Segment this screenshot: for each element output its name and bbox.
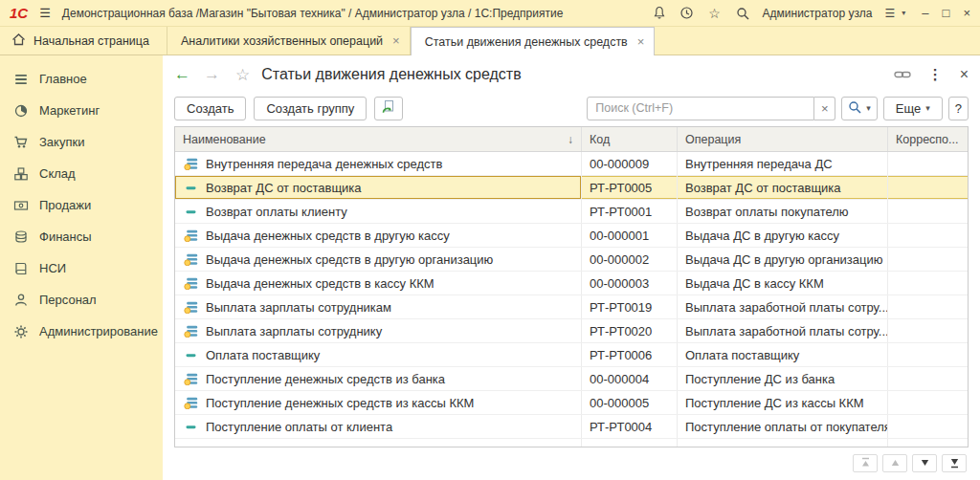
- sidebar-item-purchases[interactable]: Закупки: [0, 126, 163, 158]
- page-down-icon: [919, 455, 931, 472]
- sidebar-item-marketing[interactable]: Маркетинг: [0, 95, 163, 126]
- row-operation: [678, 439, 888, 447]
- more-menu-icon[interactable]: ⋮: [928, 66, 943, 83]
- table-row[interactable]: Возврат ДС от поставщикаРТ-РТ0005Возврат…: [175, 176, 968, 200]
- sidebar-item-main[interactable]: Главное: [0, 63, 163, 95]
- main-area: ГлавноеМаркетингЗакупкиСкладПродажиФинан…: [0, 55, 980, 480]
- back-arrow-button[interactable]: ←: [174, 65, 190, 84]
- row-correspondence: [888, 224, 968, 247]
- predefined-item-icon: [183, 397, 198, 409]
- column-header-operation[interactable]: Операция: [678, 127, 888, 151]
- create-button[interactable]: Создать: [174, 97, 246, 120]
- add-favorite-star-icon[interactable]: ☆: [235, 65, 250, 85]
- row-name: Выдача денежных средств в другую организ…: [206, 252, 493, 267]
- list-navigation: [853, 454, 967, 472]
- table-row[interactable]: Выдача денежных средств в другую кассу00…: [175, 224, 968, 248]
- history-icon[interactable]: [679, 6, 695, 21]
- sidebar-item-sales[interactable]: Продажи: [0, 189, 163, 221]
- row-operation: Выдача ДС в кассу ККМ: [678, 272, 888, 295]
- sidebar-item-personnel[interactable]: Персонал: [0, 284, 163, 316]
- titlebar-actions: ☆ Администратор узла ☰▾ – □ ×: [652, 6, 972, 21]
- favorites-star-icon[interactable]: ☆: [707, 6, 723, 21]
- row-name: Поступление оплаты от клиента: [206, 420, 392, 434]
- tab-close-icon[interactable]: ×: [392, 33, 400, 48]
- create-by-copy-button[interactable]: [374, 97, 403, 120]
- table-row[interactable]: Выдача денежных средств в другую организ…: [175, 248, 968, 272]
- 1c-logo: 1С: [10, 5, 28, 21]
- row-operation: Поступление оплаты от покупателя: [678, 415, 888, 438]
- row-correspondence: [888, 200, 968, 223]
- sidebar-item-admin[interactable]: Администрирование: [0, 316, 163, 347]
- table-row[interactable]: Поступление денежных средств из кассы КК…: [175, 391, 968, 415]
- row-code: 00-000003: [582, 272, 678, 295]
- table-header: Наименование ↓ Код Операция Корреспо...: [175, 127, 968, 152]
- table-row[interactable]: Выплата зарплаты сотрудникамРТ-РТ0019Вып…: [175, 295, 968, 319]
- maximize-button[interactable]: □: [943, 6, 950, 20]
- predefined-item-icon: [183, 253, 198, 266]
- home-icon: [11, 33, 26, 49]
- sales-icon: [12, 198, 29, 213]
- forward-arrow-button[interactable]: →: [204, 65, 220, 84]
- global-search-icon[interactable]: [735, 6, 750, 21]
- table-row[interactable]: Поступление оплаты от клиентаРТ-РТ0004По…: [175, 415, 968, 439]
- row-operation: Возврат оплаты покупателю: [678, 200, 888, 223]
- go-last-button[interactable]: [942, 454, 967, 472]
- table-body: Внутренняя передача денежных средств00-0…: [175, 152, 968, 447]
- home-tab[interactable]: Начальная страница: [0, 27, 167, 55]
- row-correspondence: [888, 343, 968, 366]
- table-row[interactable]: Внутренняя передача денежных средств00-0…: [175, 152, 968, 176]
- row-operation: Оплата поставщику: [678, 343, 888, 366]
- minimize-button[interactable]: –: [922, 6, 928, 20]
- tab-close-icon[interactable]: ×: [637, 34, 645, 49]
- tab-bar: Начальная страница Аналитики хозяйственн…: [0, 27, 980, 55]
- get-link-icon[interactable]: [894, 69, 911, 80]
- row-correspondence: [888, 391, 968, 414]
- notifications-bell-icon[interactable]: [652, 6, 667, 21]
- copy-document-icon: [381, 99, 396, 118]
- sidebar-item-nsi[interactable]: НСИ: [0, 252, 163, 284]
- table-row[interactable]: [175, 439, 968, 447]
- column-header-name[interactable]: Наименование ↓: [175, 127, 582, 151]
- command-bar: Создать Создать группу × ▾: [163, 94, 980, 122]
- main-menu-icon[interactable]: ☰: [39, 6, 51, 20]
- table-row[interactable]: Выдача денежных средств в кассу ККМ00-00…: [175, 272, 968, 295]
- search-group: × ▾ Еще ▾ ?: [587, 97, 969, 120]
- table-row[interactable]: Возврат оплаты клиентуРТ-РТ0001Возврат о…: [175, 200, 968, 224]
- help-button[interactable]: ?: [948, 97, 969, 120]
- row-code: РТ-РТ0006: [582, 343, 678, 366]
- page-down-button[interactable]: [912, 454, 937, 472]
- row-operation: Выплата заработной платы сотру...: [678, 319, 888, 342]
- item-dash-icon: [183, 182, 198, 194]
- go-first-icon: [859, 455, 872, 472]
- sidebar-item-warehouse[interactable]: Склад: [0, 158, 163, 189]
- close-form-icon[interactable]: ×: [960, 66, 969, 83]
- table-row[interactable]: Оплата поставщикуРТ-РТ0006Оплата поставщ…: [175, 343, 968, 367]
- tab-1[interactable]: Аналитики хозяйственных операций×: [167, 27, 411, 55]
- column-header-code[interactable]: Код: [582, 127, 678, 151]
- row-name: Выплата зарплаты сотрудникам: [206, 300, 391, 315]
- sidebar-item-label: Маркетинг: [39, 103, 100, 118]
- go-first-button[interactable]: [853, 454, 878, 472]
- search-clear-icon[interactable]: ×: [814, 97, 835, 120]
- row-correspondence: [888, 176, 968, 199]
- row-correspondence: [888, 248, 968, 271]
- row-correspondence: [888, 152, 968, 175]
- row-name: Возврат ДС от поставщика: [206, 181, 362, 195]
- sidebar: ГлавноеМаркетингЗакупкиСкладПродажиФинан…: [0, 55, 163, 480]
- row-code: 00-000002: [582, 248, 678, 271]
- create-group-button[interactable]: Создать группу: [254, 97, 367, 120]
- row-operation: Выплата заработной платы сотру...: [678, 295, 888, 318]
- current-user[interactable]: Администратор узла: [763, 7, 873, 20]
- row-correspondence: [888, 415, 968, 438]
- search-button[interactable]: ▾: [841, 97, 878, 120]
- sidebar-item-finance[interactable]: Финансы: [0, 221, 163, 252]
- tab-2[interactable]: Статьи движения денежных средств×: [411, 27, 656, 55]
- search-input[interactable]: [587, 97, 814, 120]
- more-actions-button[interactable]: Еще ▾: [883, 97, 943, 120]
- page-up-button[interactable]: [882, 454, 907, 472]
- table-row[interactable]: Выплата зарплаты сотрудникуРТ-РТ0020Выпл…: [175, 319, 968, 343]
- column-header-correspondence[interactable]: Корреспо...: [888, 127, 968, 151]
- service-menu-icon[interactable]: ☰▾: [885, 7, 906, 20]
- close-window-button[interactable]: ×: [963, 6, 970, 20]
- table-row[interactable]: Поступление денежных средств из банка00-…: [175, 367, 968, 391]
